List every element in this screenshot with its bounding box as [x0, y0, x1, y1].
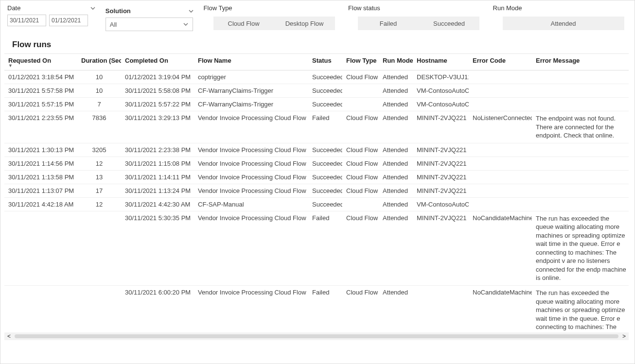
chevron-down-icon[interactable] — [188, 8, 194, 14]
table-row[interactable]: 30/11/2021 1:13:07 PM1730/11/2021 1:13:2… — [4, 184, 629, 197]
cell-duration: 7836 — [77, 111, 121, 143]
cell-runMode: Attended — [379, 197, 413, 211]
cell-runMode: Attended — [379, 98, 413, 111]
cell-flowName: Vendor Invoice Processing Cloud Flow — [194, 170, 308, 184]
cell-flowName: Vendor Invoice Processing Cloud Flow — [194, 156, 308, 170]
section-title: Flow runs — [0, 38, 635, 53]
cell-flowType: Cloud Flow — [342, 111, 379, 143]
col-run-mode[interactable]: Run Mode — [379, 54, 413, 70]
cell-errorMessage — [532, 143, 629, 156]
cell-runMode: Attended — [379, 143, 413, 156]
table-row[interactable]: 30/11/2021 1:13:58 PM1330/11/2021 1:14:1… — [4, 170, 629, 184]
cell-completedOn: 30/11/2021 2:23:38 PM — [121, 143, 194, 156]
table-row[interactable]: 30/11/2021 5:57:58 PM1030/11/2021 5:58:0… — [4, 84, 629, 98]
table-row[interactable]: 30/11/2021 4:42:18 AM1230/11/2021 4:42:3… — [4, 197, 629, 211]
col-completed-on[interactable]: Completed On — [121, 54, 194, 70]
solution-label: Solution — [106, 7, 194, 15]
flow-type-label: Flow Type — [204, 4, 338, 12]
flow-type-cloud-button[interactable]: Cloud Flow — [213, 17, 274, 30]
cell-duration: 7 — [77, 98, 121, 111]
cell-completedOn: 30/11/2021 1:13:24 PM — [121, 184, 194, 197]
cell-errorCode — [469, 70, 532, 84]
cell-errorMessage: The endpoint was not found. There are co… — [532, 111, 629, 143]
cell-runMode: Attended — [379, 211, 413, 285]
solution-value: All — [110, 21, 117, 28]
col-hostname[interactable]: Hostname — [413, 54, 469, 70]
cell-completedOn: 30/11/2021 3:29:13 PM — [121, 111, 194, 143]
cell-status: Failed — [308, 211, 342, 285]
table-row[interactable]: 30/11/2021 2:23:55 PM783630/11/2021 3:29… — [4, 111, 629, 143]
cell-hostname: MININT-2VJQ221 — [413, 156, 469, 170]
cell-flowType — [342, 84, 379, 98]
cell-completedOn: 30/11/2021 5:30:35 PM — [121, 211, 194, 285]
cell-requestedOn: 30/11/2021 5:57:58 PM — [4, 84, 77, 98]
cell-flowType: Cloud Flow — [342, 156, 379, 170]
cell-flowName: CF-WarranyClaims-Trigger — [194, 84, 308, 98]
cell-status: Succeeded — [308, 184, 342, 197]
run-mode-attended-button[interactable]: Attended — [503, 17, 624, 30]
col-duration[interactable]: Duration (Sec) — [77, 54, 121, 70]
solution-filter: Solution All — [106, 4, 194, 31]
cell-runMode: Attended — [379, 111, 413, 143]
horizontal-scrollbar[interactable]: < > — [4, 332, 629, 340]
cell-errorMessage — [532, 84, 629, 98]
run-mode-label-text: Run Mode — [493, 4, 522, 12]
cell-completedOn: 30/11/2021 5:58:08 PM — [121, 84, 194, 98]
cell-hostname: VM-ContosoAutoC — [413, 197, 469, 211]
table-row[interactable]: 30/11/2021 5:57:15 PM730/11/2021 5:57:22… — [4, 98, 629, 111]
chevron-down-icon[interactable] — [90, 5, 96, 11]
cell-duration — [77, 211, 121, 285]
cell-errorMessage — [532, 184, 629, 197]
cell-runMode: Attended — [379, 156, 413, 170]
solution-select[interactable]: All — [106, 17, 193, 31]
cell-hostname: VM-ContosoAutoC — [413, 98, 469, 111]
cell-completedOn: 30/11/2021 1:14:11 PM — [121, 170, 194, 184]
cell-status: Failed — [308, 111, 342, 143]
scroll-right-icon[interactable]: > — [622, 333, 626, 340]
scrollbar-track[interactable] — [15, 334, 618, 338]
scroll-left-icon[interactable]: < — [7, 333, 11, 340]
cell-completedOn: 30/11/2021 4:42:30 AM — [121, 197, 194, 211]
col-error-code[interactable]: Error Code — [469, 54, 532, 70]
table-scroll[interactable]: Requested On ▼ Duration (Sec) Completed … — [4, 54, 629, 332]
cell-flowType: Cloud Flow — [342, 170, 379, 184]
table-row[interactable]: 01/12/2021 3:18:54 PM1001/12/2021 3:19:0… — [4, 70, 629, 84]
cell-requestedOn: 30/11/2021 2:23:55 PM — [4, 111, 77, 143]
table-row[interactable]: 30/11/2021 1:14:56 PM1230/11/2021 1:15:0… — [4, 156, 629, 170]
cell-flowName: coptrigger — [194, 70, 308, 84]
cell-hostname: MININT-2VJQ221 — [413, 184, 469, 197]
cell-duration: 10 — [77, 84, 121, 98]
col-requested-on[interactable]: Requested On ▼ — [4, 54, 77, 70]
cell-flowType: Cloud Flow — [342, 286, 379, 332]
cell-requestedOn: 30/11/2021 4:42:18 AM — [4, 197, 77, 211]
flow-status-failed-button[interactable]: Failed — [358, 17, 419, 30]
flow-status-filter: Flow status Failed Succeeded — [348, 4, 483, 30]
cell-errorCode — [469, 143, 532, 156]
cell-requestedOn — [4, 211, 77, 285]
cell-duration: 12 — [77, 197, 121, 211]
date-from-input[interactable] — [7, 15, 46, 26]
run-mode-label: Run Mode — [493, 4, 628, 12]
table-row[interactable]: 30/11/2021 1:30:13 PM320530/11/2021 2:23… — [4, 143, 629, 156]
col-flow-name[interactable]: Flow Name — [194, 54, 308, 70]
table-row[interactable]: 30/11/2021 5:30:35 PMVendor Invoice Proc… — [4, 211, 629, 285]
cell-requestedOn: 01/12/2021 3:18:54 PM — [4, 70, 77, 84]
cell-hostname: MININT-2VJQ221 — [413, 170, 469, 184]
col-error-message[interactable]: Error Message — [532, 54, 629, 70]
cell-runMode: Attended — [379, 170, 413, 184]
date-filter: Date — [7, 4, 96, 26]
flow-type-desktop-button[interactable]: Desktop Flow — [274, 17, 335, 30]
cell-status: Succeeded — [308, 143, 342, 156]
cell-completedOn: 30/11/2021 1:15:08 PM — [121, 156, 194, 170]
col-flow-type[interactable]: Flow Type — [342, 54, 379, 70]
table-row[interactable]: 30/11/2021 6:00:20 PMVendor Invoice Proc… — [4, 286, 629, 332]
flow-status-succeeded-button[interactable]: Succeeded — [419, 17, 479, 30]
chevron-down-icon — [183, 21, 189, 27]
cell-status: Failed — [308, 286, 342, 332]
col-status[interactable]: Status — [308, 54, 342, 70]
cell-flowType: Cloud Flow — [342, 143, 379, 156]
cell-flowName: Vendor Invoice Processing Cloud Flow — [194, 111, 308, 143]
cell-duration — [77, 286, 121, 332]
cell-status: Succeeded — [308, 84, 342, 98]
date-to-input[interactable] — [49, 15, 88, 26]
